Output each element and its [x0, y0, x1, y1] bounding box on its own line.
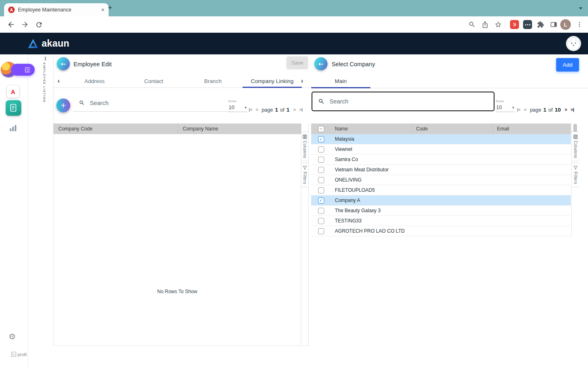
back-button[interactable]: ← — [57, 57, 70, 70]
company-search-focused[interactable] — [312, 92, 494, 111]
tab-search-chevron-icon[interactable] — [577, 4, 585, 14]
tabs-scroll-right-icon[interactable]: › — [301, 77, 303, 85]
rows-label: Rows — [496, 99, 514, 103]
add-button[interactable]: Add — [556, 58, 579, 72]
next-page-button[interactable]: > — [293, 107, 296, 112]
add-company-link-button[interactable]: + — [56, 99, 70, 112]
table-row[interactable]: Viewnet — [311, 144, 571, 155]
page-indicator: page 1 of 10 — [530, 107, 561, 113]
table-row[interactable]: Company A — [311, 195, 571, 206]
row-checkbox[interactable] — [311, 187, 331, 193]
row-checkbox[interactable] — [311, 167, 331, 173]
table-row[interactable]: ONELIVING — [311, 175, 571, 185]
user-avatar[interactable] — [566, 36, 581, 51]
company-name-cell: Malaysia — [331, 136, 412, 142]
column-header-email[interactable]: Email — [492, 123, 571, 134]
tab-main[interactable]: Main — [311, 74, 370, 88]
columns-side-tab[interactable]: Columns — [572, 132, 579, 161]
document-icon — [9, 103, 18, 112]
row-checkbox[interactable] — [311, 157, 331, 163]
settings-gear-icon[interactable]: ⚙ — [9, 332, 16, 341]
sidebar-menu-toggle[interactable] — [11, 64, 35, 76]
tab-address[interactable]: Address — [65, 74, 124, 88]
company-name-cell: The Beauty Galaxy 3 — [331, 208, 412, 213]
save-button[interactable]: Save — [287, 56, 308, 69]
share-icon[interactable] — [481, 20, 490, 29]
tab-contact[interactable]: Contact — [124, 74, 183, 88]
first-page-button[interactable]: |< — [517, 107, 520, 112]
side-panel-icon[interactable] — [549, 20, 558, 29]
zoom-icon[interactable] — [468, 20, 477, 29]
back-button[interactable]: ← — [314, 57, 327, 70]
company-name-cell: Viewnet — [331, 146, 412, 152]
company-name-cell: Samira Co — [331, 157, 412, 162]
refresh-icon[interactable] — [34, 20, 43, 29]
tab-title: Employee Maintenance — [18, 7, 98, 13]
table-row[interactable]: Samira Co — [311, 155, 571, 165]
select-all-checkbox[interactable] — [311, 126, 331, 132]
next-page-button[interactable]: > — [564, 107, 567, 112]
browser-menu-kebab-icon[interactable] — [575, 20, 584, 29]
first-page-button[interactable]: |< — [249, 107, 252, 112]
table-row[interactable]: Vietnam Meat Distributor — [311, 165, 571, 175]
table-row[interactable]: Malaysia — [311, 134, 571, 144]
tab-company-linking[interactable]: Company Linking — [243, 74, 302, 88]
row-checkbox[interactable] — [311, 197, 331, 204]
tabs-scroll-left-icon[interactable]: ‹ — [58, 77, 60, 85]
browser-profile-avatar[interactable]: L — [560, 19, 571, 30]
tab-branch[interactable]: Branch — [183, 74, 243, 88]
select-company-panel: ← Select Company Add Main Rows 10 ▾ |< < — [311, 54, 588, 346]
pdf-applet-icon[interactable]: A — [7, 85, 19, 98]
row-checkbox[interactable] — [311, 218, 331, 224]
row-checkbox[interactable] — [311, 136, 331, 142]
last-page-button[interactable]: >| — [299, 107, 303, 112]
company-table-header: Name Code Email — [311, 123, 571, 134]
browser-tab[interactable]: A Employee Maintenance × — [4, 3, 109, 16]
table-row[interactable]: FILETOUPLOAD5 — [311, 185, 571, 195]
company-table-body: MalaysiaViewnetSamira CoVietnam Meat Dis… — [311, 134, 571, 236]
last-page-button[interactable]: >| — [570, 107, 574, 112]
company-link-search[interactable] — [73, 94, 229, 112]
listing-tab-label[interactable]: EMPLOYEE LISTING — [42, 63, 46, 103]
columns-side-tab[interactable]: Columns — [301, 132, 308, 161]
extensions-puzzle-icon[interactable] — [536, 20, 545, 29]
new-tab-button[interactable]: + — [108, 3, 112, 12]
row-checkbox[interactable] — [311, 228, 331, 234]
prev-page-button[interactable]: < — [256, 107, 258, 112]
prev-page-button[interactable]: < — [524, 107, 526, 112]
column-header-company-code[interactable]: Company Code — [53, 126, 178, 132]
chart-applet-icon[interactable] — [9, 124, 17, 134]
row-checkbox[interactable] — [311, 177, 331, 183]
filters-side-tab[interactable]: Filters — [301, 163, 308, 187]
company-name-cell: TESTING33 — [331, 218, 412, 224]
row-checkbox[interactable] — [311, 208, 331, 214]
pagination: |< < page 1 of 1 > >| — [249, 105, 303, 114]
columns-icon — [573, 135, 578, 139]
table-row[interactable]: The Beauty Galaxy 3 — [311, 206, 571, 216]
rows-per-page-select[interactable]: 10 ▾ — [228, 103, 247, 112]
rows-per-page-select[interactable]: 10 ▾ — [496, 103, 514, 112]
tab-close-icon[interactable]: × — [101, 7, 105, 13]
plus-icon: + — [61, 101, 66, 110]
table-row[interactable]: TESTING33 — [311, 216, 571, 226]
entity-applet-icon[interactable] — [6, 100, 21, 116]
table-row[interactable]: AGROTECH PRO LAO CO LTD — [311, 226, 571, 236]
search-input[interactable] — [329, 98, 488, 105]
row-checkbox[interactable] — [311, 146, 331, 153]
caret-down-icon: ▾ — [245, 105, 247, 110]
forward-icon[interactable] — [20, 20, 29, 29]
back-icon[interactable] — [7, 20, 16, 29]
filters-side-tab[interactable]: Filters — [572, 163, 579, 187]
left-table-side-strip: Columns Filters — [301, 123, 309, 346]
menu-indent-icon — [24, 67, 31, 73]
column-header-company-name[interactable]: Company Name — [178, 123, 302, 134]
company-name-cell: Vietnam Meat Distributor — [331, 167, 412, 173]
bookmark-star-icon[interactable] — [494, 20, 503, 29]
extension-red-icon[interactable] — [510, 20, 519, 29]
app-header: akaun — [0, 33, 588, 54]
column-header-code[interactable]: Code — [412, 123, 492, 134]
akaun-logo[interactable]: akaun — [28, 38, 69, 49]
extension-dark-icon[interactable] — [523, 20, 532, 29]
search-input[interactable] — [89, 99, 224, 107]
column-header-name[interactable]: Name — [331, 126, 412, 132]
